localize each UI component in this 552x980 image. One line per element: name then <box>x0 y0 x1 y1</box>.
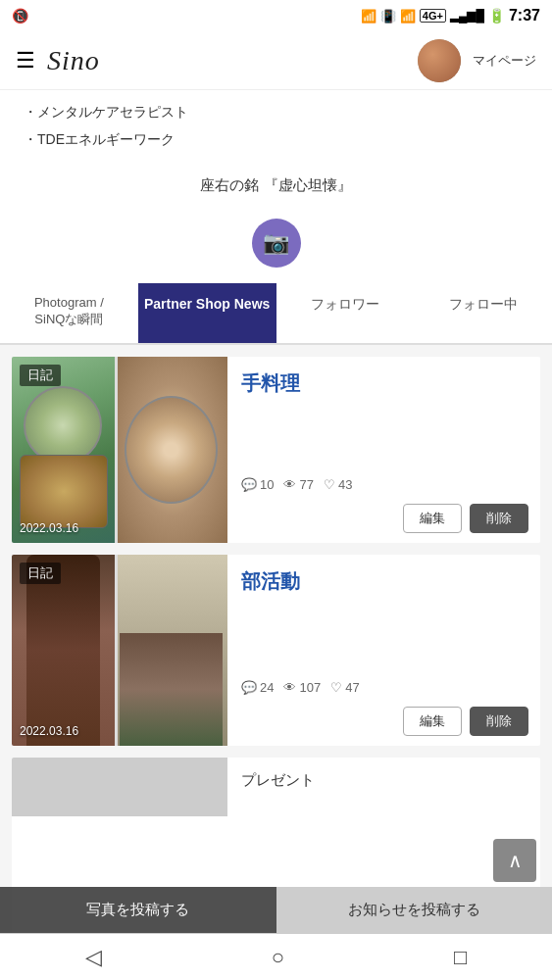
logo: Sino <box>47 45 418 76</box>
view-num-2: 107 <box>299 680 321 695</box>
posts-section: 日記 2022.03.16 手料理 💬 10 👁 77 ♡ 43 <box>0 345 552 957</box>
post-image-placeholder <box>12 758 227 816</box>
view-count-1: 👁 77 <box>283 477 313 492</box>
post-date-1: 2022.03.16 <box>20 521 78 535</box>
recent-apps-button[interactable]: □ <box>454 945 467 957</box>
scroll-up-button[interactable]: ∧ <box>493 839 536 882</box>
mypage-label[interactable]: マイページ <box>473 52 536 70</box>
post-date-2: 2022.03.16 <box>20 724 78 738</box>
food-right-bg <box>118 357 227 543</box>
tab-partner-shop-news[interactable]: Partner Shop News <box>138 283 276 343</box>
status-left-icons: 📵 <box>12 8 28 24</box>
comment-icon-2: 💬 <box>241 680 257 695</box>
instagram-section: 📷 <box>0 211 552 283</box>
like-num-1: 43 <box>338 477 352 492</box>
tab-following[interactable]: フォロー中 <box>414 283 552 343</box>
diary-badge-1: 日記 <box>20 365 61 386</box>
tabs: Photogram /SiNQな瞬間 Partner Shop News フォロ… <box>0 283 552 345</box>
post-image-area-2: 日記 2022.03.16 <box>12 555 227 746</box>
status-right-icons: 📶 📳 📶 4G+ ▂▄▆█ 🔋 7:37 <box>361 7 540 24</box>
tab-partner-shop-news-label: Partner Shop News <box>144 296 270 312</box>
header-right: マイページ <box>418 39 536 82</box>
view-icon-2: 👁 <box>283 680 296 695</box>
nav-bar: ◁ ○ □ <box>0 933 552 957</box>
delete-button-1[interactable]: 削除 <box>470 504 528 533</box>
tab-photogram-label: Photogram /SiNQな瞬間 <box>34 295 104 326</box>
home-button[interactable]: ○ <box>272 945 284 957</box>
4g-badge: 4G+ <box>420 9 446 23</box>
tab-photogram[interactable]: Photogram /SiNQな瞬間 <box>0 283 138 343</box>
back-button[interactable]: ◁ <box>85 945 102 957</box>
sim-icon: 📳 <box>380 9 396 24</box>
person-right-bg <box>118 555 227 746</box>
view-num-1: 77 <box>299 477 313 492</box>
tab-follower[interactable]: フォロワー <box>276 283 415 343</box>
post-title-1[interactable]: 手料理 <box>241 370 528 397</box>
profile-section: ・メンタルケアセラピスト ・TDEエネルギーワーク <box>0 90 552 169</box>
time-display: 7:37 <box>509 7 540 24</box>
post-stats-2: 💬 24 👁 107 ♡ 47 <box>241 680 528 695</box>
logo-text: Sino <box>47 45 100 75</box>
post-stats-1: 💬 10 👁 77 ♡ 43 <box>241 477 528 492</box>
profile-item-2: ・TDEエネルギーワーク <box>24 125 528 153</box>
network-icon: 📶 <box>361 9 376 24</box>
comment-icon-1: 💬 <box>241 477 257 492</box>
comment-num-2: 24 <box>260 680 274 695</box>
diary-badge-2: 日記 <box>20 563 61 584</box>
post-card-2: 日記 2022.03.16 部活動 💬 24 👁 107 ♡ 47 <box>12 555 540 746</box>
tab-following-label: フォロー中 <box>449 296 518 312</box>
menu-button[interactable]: ☰ <box>16 48 35 74</box>
post-card-1: 日記 2022.03.16 手料理 💬 10 👁 77 ♡ 43 <box>12 357 540 543</box>
view-icon-1: 👁 <box>283 477 296 492</box>
instagram-button[interactable]: 📷 <box>252 219 301 268</box>
tab-follower-label: フォロワー <box>311 296 379 312</box>
status-bar: 📵 📶 📳 📶 4G+ ▂▄▆█ 🔋 7:37 <box>0 0 552 31</box>
post-image-area-1: 日記 2022.03.16 <box>12 357 227 543</box>
motto-section: 座右の銘 『虚心坦懐』 <box>0 169 552 211</box>
motto-text: 座右の銘 『虚心坦懐』 <box>200 176 351 193</box>
food-pork <box>125 396 218 504</box>
battery-icon: 🔋 <box>488 8 505 24</box>
edit-button-2[interactable]: 編集 <box>403 707 462 736</box>
like-count-2: ♡ 47 <box>330 680 359 695</box>
delete-button-2[interactable]: 削除 <box>470 707 528 736</box>
post-content-2: 部活動 💬 24 👁 107 ♡ 47 <box>227 555 540 746</box>
instagram-icon: 📷 <box>263 230 289 256</box>
person-figure <box>120 633 223 746</box>
header: ☰ Sino マイページ <box>0 31 552 90</box>
view-count-2: 👁 107 <box>283 680 321 695</box>
comment-num-1: 10 <box>260 477 274 492</box>
post-actions-1: 編集 削除 <box>241 504 528 533</box>
comment-count-1: 💬 10 <box>241 477 274 492</box>
food-plate <box>24 386 102 465</box>
like-count-1: ♡ 43 <box>324 477 352 492</box>
avatar-face <box>418 39 461 82</box>
avatar[interactable] <box>418 39 461 82</box>
post-notice-button[interactable]: お知らせを投稿する <box>276 887 553 933</box>
edit-button-1[interactable]: 編集 <box>403 504 462 533</box>
comment-count-2: 💬 24 <box>241 680 274 695</box>
chevron-up-icon: ∧ <box>508 849 523 872</box>
post-photo-button[interactable]: 写真を投稿する <box>0 887 276 933</box>
wifi-off-icon: 📵 <box>12 8 28 24</box>
like-icon-1: ♡ <box>324 477 335 492</box>
food-soup <box>20 455 108 528</box>
post-actions-2: 編集 削除 <box>241 707 528 736</box>
like-icon-2: ♡ <box>330 680 342 695</box>
profile-item-1: ・メンタルケアセラピスト <box>24 98 528 125</box>
signal-strength-icon: ▂▄▆█ <box>450 9 484 23</box>
bottom-post-bar: 写真を投稿する お知らせを投稿する <box>0 887 552 933</box>
post-title-2[interactable]: 部活動 <box>241 568 528 595</box>
post-content-1: 手料理 💬 10 👁 77 ♡ 43 <box>227 357 540 543</box>
signal-icon: 📶 <box>400 9 416 24</box>
like-num-2: 47 <box>345 680 359 695</box>
